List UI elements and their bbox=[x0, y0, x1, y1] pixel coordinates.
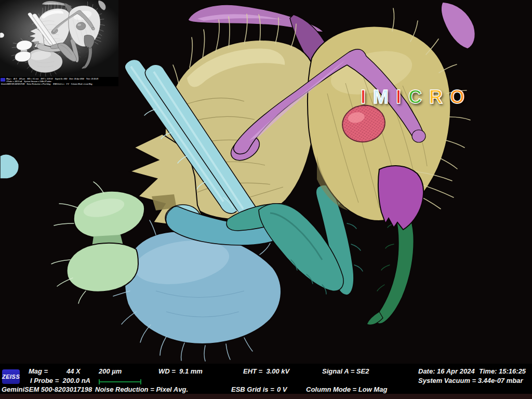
mini-mag: Mag = bbox=[6, 78, 11, 80]
zeiss-logo: ZEISS bbox=[2, 369, 20, 384]
time-readout: Time: 15:16:25 bbox=[479, 367, 526, 375]
watermark-letter: M bbox=[373, 88, 390, 107]
scale-label: 200 µm bbox=[99, 367, 122, 375]
bottom-strip bbox=[0, 394, 532, 399]
watermark-letter: I bbox=[396, 88, 402, 107]
column-mode-readout: Column Mode = Low Mag bbox=[306, 385, 387, 393]
eht-readout: EHT = 3.00 kV bbox=[243, 367, 289, 375]
imicro-watermark: I M I C R O bbox=[361, 88, 466, 107]
esb-label: ESB Grid is = bbox=[231, 385, 274, 393]
watermark-letter: O bbox=[450, 88, 466, 107]
watermark-letter: I bbox=[361, 88, 367, 107]
antenna-far-scape bbox=[441, 2, 475, 49]
micron-scale-bar bbox=[99, 379, 141, 384]
mandible bbox=[378, 166, 423, 230]
vacuum-readout: System Vacuum = 3.44e-07 mbar bbox=[418, 377, 523, 384]
sem-capture-viewport: Mag = 44 X 200 µm WD = 9.1 mm EHT = 3.00… bbox=[0, 0, 532, 399]
instrument-name: GeminiSEM 500-8203017198 bbox=[2, 385, 92, 393]
watermark-letter: R bbox=[429, 88, 444, 107]
reference-thumbnail: Mag = 44 X 200 µm WD = 9.1 mm EHT = 3.00… bbox=[0, 0, 118, 86]
mag-label: Mag = bbox=[29, 367, 48, 375]
sem-data-bar: ZEISS Mag = 44 X 200 µm WD = 9.1 mm EHT … bbox=[0, 364, 532, 399]
date-readout: Date: 16 Apr 2024 bbox=[418, 367, 475, 375]
zeiss-logo-mini bbox=[1, 78, 5, 82]
noise-readout: Noise Reduction = Pixel Avg. bbox=[95, 385, 188, 393]
esb-value: 0 V bbox=[277, 385, 287, 393]
signal-readout: Signal A = SE2 bbox=[322, 367, 369, 375]
thumbnail-infobar: Mag = 44 X 200 µm WD = 9.1 mm EHT = 3.00… bbox=[0, 77, 118, 86]
watermark-letter: C bbox=[408, 88, 423, 107]
iprobe-readout: I Probe = 200.0 nA bbox=[30, 377, 90, 384]
mag-value: 44 X bbox=[66, 367, 81, 375]
grayscale-sem-preview bbox=[0, 0, 118, 77]
wd-readout: WD = 9.1 mm bbox=[158, 367, 203, 375]
